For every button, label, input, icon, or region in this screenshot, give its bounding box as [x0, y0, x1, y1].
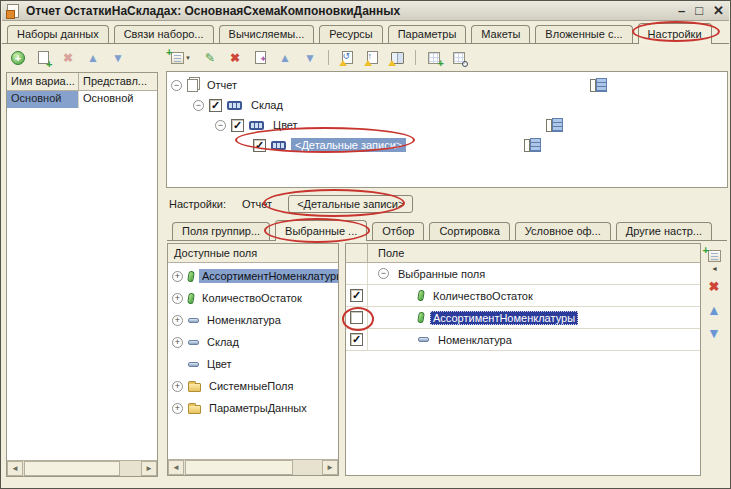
edit-structure-item-button[interactable]: ✎: [201, 49, 219, 66]
selected-field-row[interactable]: ✓ Номенклатура: [346, 329, 700, 351]
tab-settings[interactable]: Настройки: [638, 23, 712, 44]
tab-set-links[interactable]: Связи наборо...: [114, 25, 214, 43]
expand-icon[interactable]: +: [172, 337, 183, 348]
selected-field-row[interactable]: ✓ КоличествоОстаток: [346, 285, 700, 307]
tab-nested-schemas[interactable]: Вложенные с...: [535, 25, 632, 43]
expand-icon[interactable]: +: [172, 293, 183, 304]
tab-templates[interactable]: Макеты: [471, 25, 530, 43]
refresh-settings-button[interactable]: ↺: [338, 49, 356, 66]
scroll-right-icon[interactable]: ►: [141, 461, 157, 476]
field-column-header[interactable]: Поле: [368, 244, 700, 262]
tree-item-label[interactable]: Склад: [247, 98, 287, 112]
field-label[interactable]: КоличествоОстаток: [430, 289, 536, 303]
variant-move-down-button[interactable]: ▼: [109, 49, 127, 66]
collapse-icon[interactable]: −: [171, 80, 182, 91]
variant-name-cell[interactable]: Основной: [7, 91, 79, 108]
scrollbar-track[interactable]: [294, 460, 322, 475]
available-fields-horizontal-scrollbar[interactable]: ◄ ►: [168, 459, 338, 475]
add-structure-item-button[interactable]: + ▼: [168, 49, 194, 66]
add-variant-button[interactable]: +: [9, 49, 27, 66]
field-label[interactable]: КоличествоОстаток: [199, 291, 305, 305]
minimize-button[interactable]: –: [678, 2, 685, 20]
list-item[interactable]: Цвет: [168, 353, 338, 375]
checkbox-checked[interactable]: ✓: [253, 139, 266, 152]
field-label[interactable]: Номенклатура: [435, 333, 515, 347]
checkbox-checked[interactable]: ✓: [350, 333, 363, 346]
tab-grouping-fields[interactable]: Поля группир...: [172, 222, 270, 240]
variant-move-up-button[interactable]: ▲: [84, 49, 102, 66]
collapse-icon[interactable]: −: [378, 268, 389, 279]
tab-calculated-fields[interactable]: Вычисляемы...: [219, 25, 315, 43]
delete-structure-item-button[interactable]: ✖: [226, 49, 244, 66]
tab-filter[interactable]: Отбор: [372, 222, 424, 240]
tree-row-report[interactable]: − Отчет: [167, 75, 727, 95]
item-settings-icon[interactable]: [546, 118, 563, 131]
tree-item-label-selected[interactable]: <Детальные записи>: [291, 138, 406, 152]
table-row[interactable]: Основной Основной: [7, 91, 157, 108]
selected-fields-group-row[interactable]: − Выбранные поля: [346, 263, 700, 285]
maximize-button[interactable]: □: [695, 2, 703, 20]
column-variant-presentation[interactable]: Представл...: [79, 73, 157, 90]
selected-field-row[interactable]: АссортиментНоменклатуры: [346, 307, 700, 329]
delete-selected-field-button[interactable]: ✖: [705, 278, 723, 295]
structure-move-up-button[interactable]: ▲: [276, 49, 294, 66]
list-item[interactable]: + КоличествоОстаток: [168, 287, 338, 309]
field-label[interactable]: ПараметрыДанных: [206, 401, 310, 415]
tree-item-label[interactable]: Цвет: [269, 118, 302, 132]
copy-variant-button[interactable]: +: [34, 49, 52, 66]
field-label[interactable]: Номенклатура: [204, 313, 284, 327]
variant-presentation-cell[interactable]: Основной: [79, 91, 157, 108]
column-variant-name[interactable]: Имя вариа...: [7, 73, 79, 90]
tab-other-settings[interactable]: Другие настр...: [616, 222, 712, 240]
delete-variant-button[interactable]: ✖: [59, 49, 77, 66]
close-button[interactable]: ✕: [713, 2, 724, 20]
tab-sorting[interactable]: Сортировка: [429, 222, 509, 240]
dropleft-icon[interactable]: ◄: [711, 265, 718, 272]
collapse-icon[interactable]: −: [193, 100, 204, 111]
scroll-right-icon[interactable]: ►: [322, 460, 338, 475]
tab-selected-fields[interactable]: Выбранные ...: [275, 220, 367, 241]
list-item[interactable]: + Склад: [168, 331, 338, 353]
group-label[interactable]: Выбранные поля: [395, 267, 488, 281]
crumb-detail-records[interactable]: <Детальные записи>: [288, 195, 413, 213]
checkbox-checked[interactable]: ✓: [231, 119, 244, 132]
item-settings-icon[interactable]: [590, 78, 607, 91]
field-label-selected[interactable]: АссортиментНоменклатуры: [430, 311, 578, 325]
save-settings-button[interactable]: [388, 49, 406, 66]
tab-parameters[interactable]: Параметры: [388, 25, 467, 43]
collapse-icon[interactable]: −: [215, 120, 226, 131]
list-item[interactable]: + АссортиментНоменклатуры: [168, 265, 338, 287]
expand-icon[interactable]: +: [172, 381, 183, 392]
checkbox-unchecked[interactable]: [350, 311, 363, 324]
selected-field-move-up-button[interactable]: ▲: [705, 301, 723, 318]
field-label[interactable]: Цвет: [204, 357, 235, 371]
checkbox-checked[interactable]: ✓: [350, 289, 363, 302]
scrollbar-track[interactable]: [121, 461, 141, 476]
load-settings-button[interactable]: ↑: [363, 49, 381, 66]
crumb-report[interactable]: Отчет: [236, 197, 278, 211]
list-item[interactable]: + Номенклатура: [168, 309, 338, 331]
tab-resources[interactable]: Ресурсы: [319, 25, 382, 43]
tab-data-sets[interactable]: Наборы данных: [7, 25, 109, 43]
field-label[interactable]: СистемныеПоля: [206, 379, 296, 393]
table-add-button[interactable]: +: [425, 49, 443, 66]
scroll-left-icon[interactable]: ◄: [7, 461, 23, 476]
scrollbar-thumb[interactable]: [185, 460, 293, 475]
expand-icon[interactable]: +: [172, 271, 183, 282]
selected-field-move-down-button[interactable]: ▼: [705, 324, 723, 341]
field-label[interactable]: Склад: [204, 335, 242, 349]
checkbox-checked[interactable]: ✓: [209, 99, 222, 112]
tree-item-label[interactable]: Отчет: [203, 78, 241, 92]
list-item[interactable]: + ПараметрыДанных: [168, 397, 338, 419]
settings-wizard-button[interactable]: ✦: [251, 49, 269, 66]
tree-row-detail-records[interactable]: ✓ <Детальные записи>: [167, 135, 727, 155]
scrollbar-thumb[interactable]: [24, 461, 120, 476]
variants-horizontal-scrollbar[interactable]: ◄ ►: [7, 460, 157, 476]
list-item[interactable]: + СистемныеПоля: [168, 375, 338, 397]
expand-icon[interactable]: +: [172, 403, 183, 414]
tree-row-sklad[interactable]: − ✓ Склад: [167, 95, 727, 115]
structure-move-down-button[interactable]: ▼: [301, 49, 319, 66]
item-settings-icon[interactable]: [524, 138, 541, 151]
table-view-button[interactable]: [450, 49, 468, 66]
tree-row-cvet[interactable]: − ✓ Цвет: [167, 115, 727, 135]
